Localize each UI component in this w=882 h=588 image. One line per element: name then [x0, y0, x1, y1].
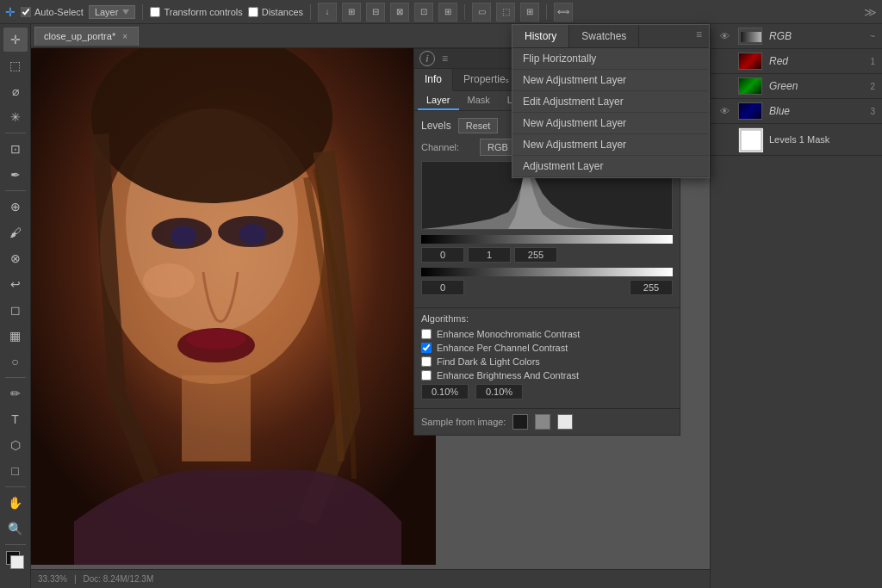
document-name: close_up_portra*	[44, 31, 115, 41]
gradient-tool[interactable]: ▦	[3, 324, 28, 348]
sample-swatch-dark[interactable]	[512, 414, 528, 430]
levels-eye[interactable]: 👁	[717, 133, 731, 146]
history-panel-menu[interactable]: ≡	[689, 25, 709, 47]
input-levels-row	[421, 247, 673, 263]
eyedropper-tool[interactable]: ✒	[3, 163, 28, 187]
separator-3	[5, 377, 26, 378]
download-btn[interactable]: ↓	[318, 3, 337, 22]
algo-label-0: Enhance Monochromatic Contrast	[437, 329, 580, 339]
magic-wand-tool[interactable]: ✳	[3, 105, 28, 129]
channel-row-green[interactable]: 👁 Green 2	[711, 74, 882, 99]
layer-sub-tab[interactable]: Layer	[418, 91, 459, 110]
eraser-tool[interactable]: ◻	[3, 298, 28, 322]
grid-btn[interactable]: ⊞	[520, 3, 539, 22]
history-item-1[interactable]: New Adjustment Layer	[512, 70, 709, 91]
auto-select-container[interactable]: Auto-Select	[21, 7, 84, 17]
input-max-field[interactable]	[514, 247, 557, 263]
channel-eye-green[interactable]: 👁	[717, 79, 731, 93]
algo-option-0: Enhance Monochromatic Contrast	[421, 329, 673, 339]
close-tab-btn[interactable]: ×	[121, 32, 129, 41]
distances-container[interactable]: Distances	[248, 7, 303, 17]
crop-btn[interactable]: ⬚	[496, 3, 515, 22]
move-tool-indicator: ✛	[5, 5, 16, 19]
svg-point-9	[186, 329, 246, 350]
layer-dropdown[interactable]: Layer	[89, 5, 136, 19]
transform-controls-checkbox[interactable]	[150, 7, 160, 17]
channel-eye-red[interactable]: 👁	[717, 54, 731, 68]
algo-checkbox-1[interactable]	[421, 343, 432, 353]
info-panel-icon[interactable]: i	[419, 51, 435, 66]
foreground-color[interactable]	[3, 548, 28, 573]
distances-checkbox[interactable]	[248, 7, 258, 17]
align-v-btn[interactable]: ⊞	[438, 3, 457, 22]
pen-tool[interactable]: ✏	[3, 381, 28, 405]
path-tool[interactable]: ⬡	[3, 433, 28, 457]
zoom-tool[interactable]: 🔍	[3, 517, 28, 541]
history-item-3[interactable]: New Adjustment Layer	[512, 113, 709, 134]
output-max-field[interactable]	[630, 280, 673, 295]
crop-tool[interactable]: ⊡	[3, 137, 28, 161]
sample-swatch-light[interactable]	[557, 414, 573, 430]
input-mid-field[interactable]	[468, 247, 511, 263]
svg-rect-15	[741, 130, 761, 151]
align-center-btn[interactable]: ⊟	[366, 3, 385, 22]
marquee-tool[interactable]: ⬚	[3, 53, 28, 77]
panel-expand-icon[interactable]: ≡	[442, 53, 448, 65]
output-min-field[interactable]	[421, 280, 464, 295]
channel-shortcut-red: 1	[870, 57, 875, 66]
levels-mask-row[interactable]: 👁 Levels 1 Mask	[711, 124, 882, 156]
info-tab[interactable]: Info	[414, 69, 453, 91]
input-min-field[interactable]	[421, 247, 464, 263]
brush-tool[interactable]: 🖌	[3, 220, 28, 244]
channel-shortcut-blue: 3	[870, 107, 875, 116]
history-item-0[interactable]: Flip Horizontally	[512, 48, 709, 70]
align-right-btn[interactable]: ⊠	[390, 3, 409, 22]
history-item-5[interactable]: Adjustment Layer	[512, 156, 709, 177]
mask-sub-tab[interactable]: Mask	[459, 91, 499, 110]
history-item-4[interactable]: New Adjustment Layer	[512, 134, 709, 156]
healing-tool[interactable]: ⊕	[3, 195, 28, 219]
algo-option-3: Enhance Brightness And Contrast	[421, 370, 673, 381]
history-brush-tool[interactable]: ↩	[3, 272, 28, 296]
algorithms-title: Algorithms:	[421, 313, 673, 324]
shape-tool[interactable]: □	[3, 459, 28, 483]
dodge-tool[interactable]: ○	[3, 350, 28, 374]
move-tool[interactable]: ✛	[3, 28, 28, 52]
channel-name-blue: Blue	[769, 105, 863, 117]
align-left-btn[interactable]: ⊞	[342, 3, 361, 22]
channel-eye-blue[interactable]: 👁	[717, 104, 731, 118]
levels-thumb	[738, 127, 762, 152]
lasso-tool[interactable]: ⌀	[3, 79, 28, 103]
right-panel: Channels Paths 👁 RGB ~ 👁 Red 1 👁 Green 2…	[710, 0, 882, 588]
channel-row-rgb[interactable]: 👁 RGB ~	[711, 24, 882, 49]
algo-checkbox-0[interactable]	[421, 329, 432, 339]
swatches-tab[interactable]: Swatches	[569, 25, 639, 47]
panels-toggle[interactable]: ≫	[864, 5, 877, 19]
distribute-btn[interactable]: ⊡	[414, 3, 433, 22]
pct-input-1[interactable]	[421, 384, 469, 399]
ruler-btn[interactable]: ⟺	[554, 3, 573, 22]
levels-title: Levels	[421, 120, 451, 132]
auto-select-checkbox[interactable]	[21, 7, 31, 17]
history-item-2[interactable]: Edit Adjustment Layer	[512, 91, 709, 113]
document-tab[interactable]: close_up_portra* ×	[34, 27, 139, 46]
channel-row-blue[interactable]: 👁 Blue 3	[711, 99, 882, 124]
algo-checkbox-3[interactable]	[421, 370, 432, 381]
sample-swatch-mid[interactable]	[535, 414, 550, 430]
pct-input-2[interactable]	[475, 384, 523, 399]
channel-eye-rgb[interactable]: 👁	[717, 29, 731, 43]
transform-controls-container[interactable]: Transform controls	[150, 7, 242, 17]
channel-thumb-green	[738, 77, 762, 95]
clone-tool[interactable]: ⊗	[3, 246, 28, 270]
output-levels-row	[421, 280, 673, 295]
separator-5	[5, 544, 26, 545]
text-tool[interactable]: T	[3, 407, 28, 431]
hand-tool[interactable]: ✋	[3, 491, 28, 515]
gradient-bar	[421, 235, 673, 244]
reset-btn[interactable]: Reset	[458, 118, 499, 133]
history-tab[interactable]: History	[512, 25, 569, 47]
algo-checkbox-2[interactable]	[421, 356, 432, 367]
frame-btn[interactable]: ▭	[472, 3, 491, 22]
channel-row-red[interactable]: 👁 Red 1	[711, 49, 882, 74]
svg-rect-13	[741, 32, 761, 42]
